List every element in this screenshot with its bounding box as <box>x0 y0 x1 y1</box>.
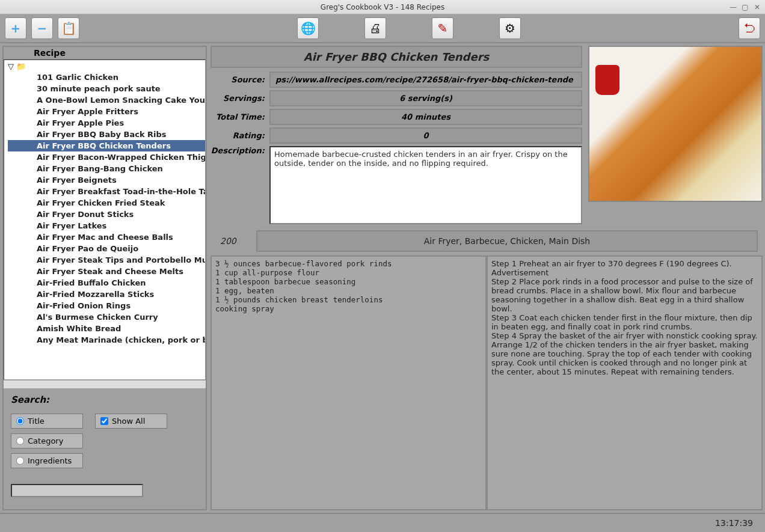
folder-icon: 📁 <box>16 62 26 71</box>
maximize-button[interactable]: ▢ <box>741 3 749 11</box>
recipe-list-item[interactable]: Amish White Bread <box>8 323 205 334</box>
value-description[interactable]: Homemade barbecue-crusted chicken tender… <box>269 146 582 224</box>
recipe-image <box>588 46 763 202</box>
instructions-pane[interactable]: Step 1 Preheat an air fryer to 370 degre… <box>487 255 763 510</box>
close-button[interactable]: ✕ <box>753 3 761 11</box>
web-button[interactable]: 🌐 <box>297 17 319 39</box>
left-panel: Recipe ▽ 📁 101 Garlic Chicken30 minute p… <box>2 46 207 510</box>
tree-h-scrollbar[interactable] <box>4 380 206 388</box>
recipe-list-item[interactable]: A One-Bowl Lemon Snacking Cake You'll Ma… <box>8 94 205 106</box>
recipe-list-item[interactable]: Air Fryer Latkes <box>8 220 205 231</box>
settings-button[interactable]: ⚙ <box>499 17 521 39</box>
recipe-list-item[interactable]: Air Fryer BBQ Chicken Tenders <box>8 140 205 151</box>
recipe-list-item[interactable]: 101 Garlic Chicken <box>8 72 205 83</box>
recipe-list-item[interactable]: Air Fryer Bacon-Wrapped Chicken Thighs <box>8 151 205 163</box>
recipe-count: 200 <box>215 236 251 246</box>
show-all-checkbox[interactable]: Show All <box>95 414 167 429</box>
recipe-list-item[interactable]: Air Fryer Pao de Queijo <box>8 243 205 254</box>
status-bar: 13:17:39 <box>0 513 765 532</box>
tree-header[interactable]: Recipe <box>4 47 206 60</box>
label-source: Source: <box>210 75 265 84</box>
recipe-list-item[interactable]: Air Fryer Mac and Cheese Balls <box>8 231 205 243</box>
recipe-list-item[interactable]: Air Fryer Bang-Bang Chicken <box>8 163 205 174</box>
print-button[interactable]: 🖨 <box>364 17 386 39</box>
recipe-list-item[interactable]: Air Fryer Beignets <box>8 174 205 186</box>
recipe-list-item[interactable]: Air Fryer Steak and Cheese Melts <box>8 266 205 277</box>
value-rating: 0 <box>269 127 582 144</box>
recipe-tags: Air Fryer, Barbecue, Chicken, Main Dish <box>256 230 758 252</box>
paste-button[interactable]: 📋 <box>58 17 79 39</box>
recipe-list-item[interactable]: Air-Fried Mozzarella Sticks <box>8 289 205 300</box>
recipe-list-item[interactable]: Air Fryer Donut Sticks <box>8 209 205 220</box>
label-rating: Rating: <box>210 131 265 140</box>
search-mode-category[interactable]: Category <box>11 433 83 448</box>
search-section: Search: Title Show All Category <box>4 388 206 509</box>
search-label: Search: <box>11 394 198 405</box>
recipe-title: Air Fryer BBQ Chicken Tenders <box>210 46 582 68</box>
value-source[interactable]: ps://www.allrecipes.com/recipe/272658/ai… <box>269 72 582 88</box>
add-button[interactable]: + <box>5 17 26 39</box>
label-servings: Servings: <box>210 94 265 103</box>
recipe-list-item[interactable]: Air Fryer Apple Pies <box>8 117 205 129</box>
recipe-list-item[interactable]: Air Fryer BBQ Baby Back Ribs <box>8 129 205 140</box>
recipe-list-item[interactable]: Air-Fried Onion Rings <box>8 300 205 311</box>
ingredients-pane[interactable]: 3 ½ ounces barbecue-flavored pork rinds … <box>210 255 487 510</box>
recipe-list-item[interactable]: Air-Fried Buffalo Chicken <box>8 277 205 289</box>
recipe-list-item[interactable]: Any Meat Marinade (chicken, pork or beef… <box>8 334 205 346</box>
recipe-list-item[interactable]: 30 minute peach pork saute <box>8 83 205 94</box>
recipe-list-item[interactable]: Al's Burmese Chicken Curry <box>8 311 205 323</box>
right-panel: Air Fryer BBQ Chicken Tenders Source: ps… <box>210 46 763 510</box>
recipe-list-item[interactable]: Air Fryer Apple Fritters <box>8 106 205 117</box>
remove-button[interactable]: − <box>31 17 53 39</box>
exit-button[interactable]: ⮌ <box>739 17 760 39</box>
label-total-time: Total Time: <box>210 112 265 121</box>
titlebar: Greg's Cookbook V3 - 148 Recipes — ▢ ✕ <box>0 0 765 14</box>
minimize-button[interactable]: — <box>729 3 737 11</box>
edit-button[interactable]: ✎ <box>432 17 453 39</box>
search-mode-ingredients[interactable]: Ingredients <box>11 453 83 468</box>
recipe-list-item[interactable]: Air Fryer Chicken Fried Steak <box>8 197 205 209</box>
status-clock: 13:17:39 <box>715 518 753 528</box>
recipe-list-item[interactable]: Air Fryer Steak Tips and Portobello Mush… <box>8 254 205 266</box>
collapse-icon[interactable]: ▽ <box>8 62 14 71</box>
window-title: Greg's Cookbook V3 - 148 Recipes <box>321 3 444 11</box>
tree-folder-root[interactable]: ▽ 📁 <box>8 61 205 72</box>
label-description: Description: <box>210 146 265 155</box>
search-input[interactable] <box>11 484 143 497</box>
toolbar: + − 📋 🌐 🖨 ✎ ⚙ ⮌ <box>0 14 765 43</box>
recipe-tree[interactable]: ▽ 📁 101 Garlic Chicken30 minute peach po… <box>4 60 206 380</box>
search-mode-title[interactable]: Title <box>11 414 83 429</box>
value-servings: 6 serving(s) <box>269 90 582 106</box>
value-total-time: 40 minutes <box>269 109 582 125</box>
recipe-list-item[interactable]: Air Fryer Breakfast Toad-in-the-Hole Tar… <box>8 186 205 197</box>
